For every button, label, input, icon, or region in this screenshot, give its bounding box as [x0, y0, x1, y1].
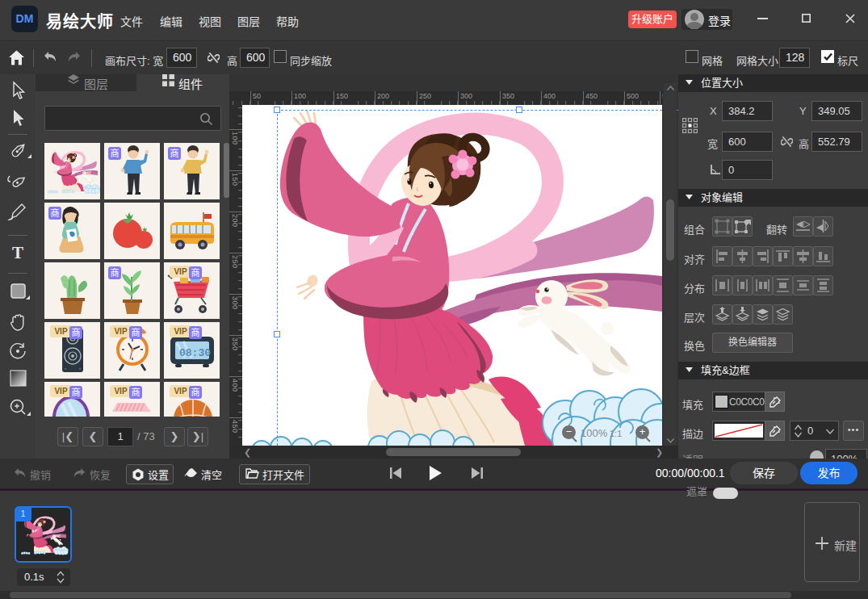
svg-text:08:30: 08:30: [179, 347, 211, 359]
